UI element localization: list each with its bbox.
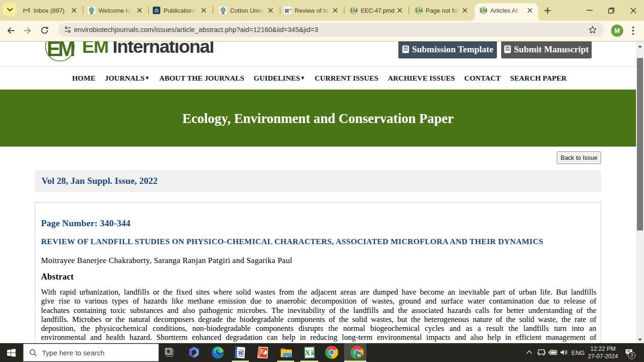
svg-text:EM: EM <box>47 41 74 60</box>
svg-text:EM: EM <box>416 8 422 13</box>
svg-text:EM: EM <box>480 8 487 13</box>
svg-text:G: G <box>289 8 291 11</box>
svg-text:W: W <box>238 350 243 356</box>
svg-text:X: X <box>305 349 311 356</box>
svg-text:EM: EM <box>351 8 357 13</box>
